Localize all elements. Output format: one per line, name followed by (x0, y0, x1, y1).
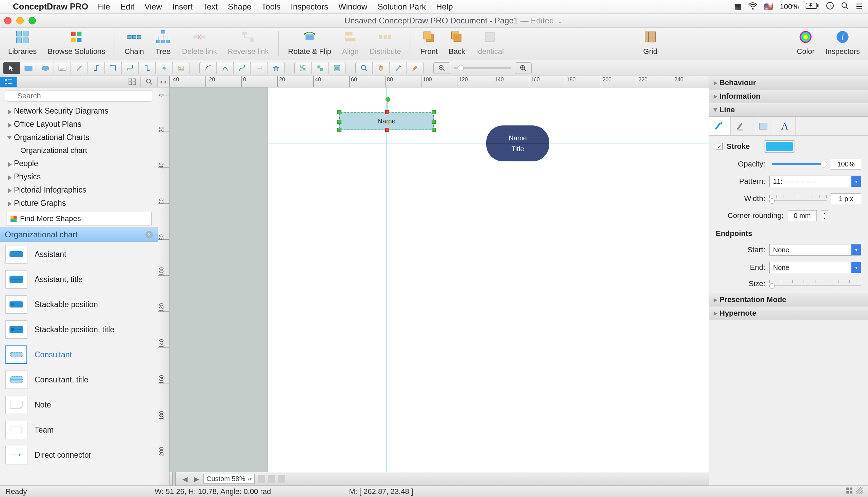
library-tree-view[interactable] (0, 76, 17, 87)
menu-list-icon[interactable]: ☰ (856, 2, 863, 11)
title-dropdown-icon[interactable]: ⌄ (558, 19, 562, 25)
stroke-checkbox[interactable]: ✓ (716, 143, 723, 150)
star-tool[interactable] (268, 62, 284, 74)
app-name[interactable]: ConceptDraw PRO (13, 2, 88, 12)
battery-icon[interactable] (806, 2, 819, 11)
section-behaviour[interactable]: ▶Behaviour (709, 76, 868, 89)
grid-view-button[interactable] (124, 76, 141, 87)
resize-handle[interactable] (432, 110, 436, 114)
spotlight-icon[interactable] (841, 2, 849, 12)
shape-item[interactable]: Stackable position (0, 292, 158, 317)
connection-handle[interactable] (385, 110, 389, 114)
wifi-icon[interactable] (748, 2, 757, 12)
pan-tool[interactable] (373, 62, 389, 74)
library-header[interactable]: Organizational chart × (0, 227, 158, 242)
tree-item[interactable]: ▶Pictorial Infographics (0, 183, 158, 197)
shape-item[interactable]: Direct connector (0, 442, 158, 468)
page-tab[interactable] (279, 475, 285, 483)
shape-item[interactable]: Assistant (0, 242, 158, 267)
menu-help[interactable]: Help (436, 2, 453, 12)
shape-item[interactable]: Assistant, title (0, 267, 158, 292)
shape-list[interactable]: Assistant Assistant, title Stackable pos… (0, 242, 158, 479)
status-grip-icon[interactable] (845, 487, 853, 496)
curve-tool-2[interactable] (217, 62, 233, 74)
section-presentation[interactable]: ▶Presentation Mode (709, 293, 868, 307)
control-strip-icon[interactable]: ▦ (735, 2, 741, 11)
menu-insert[interactable]: Insert (172, 2, 193, 12)
tab-fill[interactable] (752, 117, 774, 135)
identical-button[interactable]: Identical (472, 28, 508, 57)
menu-view[interactable]: View (144, 2, 162, 12)
vertical-ruler[interactable]: 0 20 40 60 80 100 120 140 160 180 200 (158, 87, 170, 485)
resize-handle[interactable] (432, 128, 436, 132)
color-button[interactable]: Color (793, 28, 819, 57)
page-tab[interactable] (258, 475, 265, 483)
canvas-viewport[interactable]: Name ✦ Name Title (170, 87, 709, 472)
size-slider[interactable] (769, 280, 861, 287)
back-button[interactable]: Back (444, 28, 469, 57)
ellipse-tool[interactable] (37, 62, 54, 74)
resize-handle[interactable] (337, 120, 341, 124)
grid-button[interactable]: Grid (638, 28, 663, 57)
ungroup-tool[interactable] (312, 62, 329, 74)
resize-handle[interactable] (337, 110, 341, 114)
rotate-flip-button[interactable]: Rotate & Flip (284, 28, 335, 57)
front-button[interactable]: Front (416, 28, 442, 57)
search-input[interactable] (5, 90, 153, 102)
zoom-select[interactable]: Custom 58%▴▾ (203, 474, 255, 484)
zoom-in-button[interactable] (515, 62, 532, 74)
page-tab[interactable] (268, 475, 275, 483)
pattern-select[interactable]: 11: – – – – – –▾ (769, 175, 861, 187)
tab-stroke[interactable] (709, 117, 731, 135)
connector-tool-2[interactable] (105, 62, 122, 74)
close-window-button[interactable] (4, 17, 12, 25)
zoom-window-button[interactable] (28, 17, 36, 25)
search-view-button[interactable] (141, 76, 158, 87)
tree-item[interactable]: ▶Picture Graphs (0, 197, 158, 210)
ruler-unit[interactable]: mm (158, 76, 170, 87)
menu-inspectors[interactable]: Inspectors (290, 2, 328, 12)
dimension-tool[interactable] (251, 62, 268, 74)
shape-item[interactable]: Consultant, title (0, 367, 158, 392)
text-tool[interactable] (54, 62, 71, 74)
menu-text[interactable]: Text (203, 2, 218, 12)
group-tool[interactable] (295, 62, 312, 74)
curve-tool-1[interactable] (200, 62, 217, 74)
corner-stepper[interactable]: ▴▾ (821, 210, 828, 221)
position-title-shape[interactable]: Name Title (486, 125, 549, 161)
tree-item[interactable]: ▶Network Security Diagrams (0, 104, 158, 118)
end-select[interactable]: None▾ (769, 262, 861, 273)
split-handle[interactable] (172, 472, 176, 486)
selected-shape-consultant[interactable]: Name ✦ (339, 112, 434, 130)
menu-window[interactable]: Window (338, 2, 367, 12)
chain-button[interactable]: Chain (120, 28, 148, 57)
connector-tool-4[interactable] (139, 62, 156, 74)
resize-grip[interactable] (856, 487, 863, 494)
close-library-button[interactable]: × (145, 231, 153, 238)
start-select[interactable]: None▾ (769, 244, 861, 256)
horizontal-ruler[interactable]: -40 -20 0 20 40 60 80 100 120 140 160 18… (170, 76, 709, 87)
tree-subitem[interactable]: Organizational chart (0, 144, 158, 157)
align-button[interactable]: Align (338, 28, 363, 57)
menu-tools[interactable]: Tools (261, 2, 281, 12)
connection-handle[interactable] (385, 128, 389, 132)
zoom-tool[interactable] (356, 62, 373, 74)
delete-link-button[interactable]: Delete link (178, 28, 221, 57)
corner-value[interactable]: 0 mm (788, 210, 817, 221)
inspectors-button[interactable]: i Inspectors (822, 28, 864, 57)
eyedropper-tool[interactable] (389, 62, 407, 74)
line-tool[interactable] (71, 62, 88, 74)
tree-button[interactable]: Tree (151, 28, 175, 57)
section-line[interactable]: ▶Line (709, 103, 868, 117)
prev-page-button[interactable]: ◀ (180, 474, 189, 483)
resize-handle[interactable] (432, 120, 436, 124)
shape-item[interactable]: Stackable position, title (0, 317, 158, 342)
menu-file[interactable]: File (97, 2, 110, 12)
reverse-link-button[interactable]: Reverse link (224, 28, 273, 57)
zoom-out-button[interactable] (433, 62, 450, 74)
connector-tool-5[interactable] (156, 62, 173, 74)
menu-solution-park[interactable]: Solution Park (378, 2, 426, 12)
shape-item[interactable]: Note (0, 392, 158, 417)
clock-icon[interactable] (826, 2, 834, 12)
width-value[interactable]: 1 pix (831, 193, 861, 204)
